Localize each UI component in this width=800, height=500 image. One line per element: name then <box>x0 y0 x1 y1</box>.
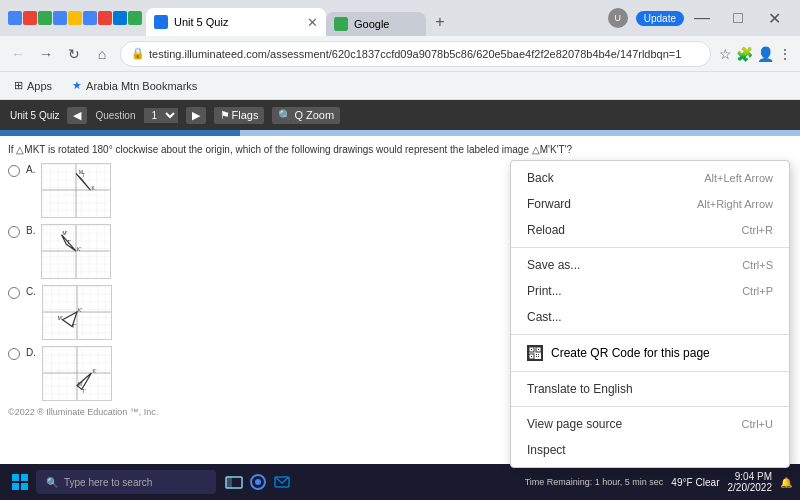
start-button[interactable] <box>8 470 32 494</box>
taskbar-search-icon: 🔍 <box>46 477 58 488</box>
option-grid-c: M' K' T' <box>42 285 112 340</box>
taskbar-icon-mail[interactable] <box>272 472 292 492</box>
back-button[interactable]: ← <box>8 44 28 64</box>
menu-back-shortcut: Alt+Left Arrow <box>704 172 773 184</box>
extension-icon[interactable]: 🧩 <box>736 46 753 62</box>
inactive-tab[interactable]: Google <box>326 12 426 36</box>
url-bar[interactable]: 🔒 testing.illuminateed.com/assessment/62… <box>120 41 711 67</box>
inactive-tab-favicon <box>334 17 348 31</box>
weather-condition: Clear <box>696 477 720 488</box>
menu-icon[interactable]: ⋮ <box>778 46 792 62</box>
svg-rect-40 <box>12 483 19 490</box>
arabia-mtn-bookmark[interactable]: ★ Arabia Mtn Bookmarks <box>66 77 203 94</box>
menu-item-source[interactable]: View page source Ctrl+U <box>511 411 789 437</box>
menu-reload-shortcut: Ctrl+R <box>742 224 773 236</box>
tabs-container: Unit 5 Quiz ✕ Google + <box>146 0 604 36</box>
question-select[interactable]: 1 <box>144 108 178 123</box>
svg-rect-33 <box>531 356 532 357</box>
flags-btn[interactable]: ⚑ Flags <box>214 107 265 124</box>
option-radio-b[interactable] <box>8 226 20 238</box>
favicon-5 <box>68 11 82 25</box>
menu-qr-label: Create QR Code for this page <box>551 346 710 360</box>
active-tab-label: Unit 5 Quiz <box>174 16 301 28</box>
zoom-btn[interactable]: 🔍 Q Zoom <box>272 107 340 124</box>
prev-question-btn[interactable]: ◀ <box>67 107 87 124</box>
option-label-a: A. <box>26 164 35 175</box>
svg-rect-38 <box>12 474 19 481</box>
clock-date: 2/20/2022 <box>728 482 773 493</box>
menu-item-print[interactable]: Print... Ctrl+P <box>511 278 789 304</box>
option-radio-c[interactable] <box>8 287 20 299</box>
menu-reload-label: Reload <box>527 223 565 237</box>
svg-rect-43 <box>226 477 232 488</box>
menu-save-label: Save as... <box>527 258 580 272</box>
menu-separator-1 <box>511 247 789 248</box>
update-button[interactable]: Update <box>636 11 684 26</box>
option-grid-a: M K T <box>41 163 111 218</box>
option-grid-d: M' K' T' <box>42 346 112 401</box>
taskbar-icon-chrome[interactable] <box>248 472 268 492</box>
question-text: If △MKT is rotated 180° clockwise about … <box>8 144 792 155</box>
profile-avatar[interactable]: U <box>608 8 628 28</box>
menu-item-save[interactable]: Save as... Ctrl+S <box>511 252 789 278</box>
option-label-c: C. <box>26 286 36 297</box>
menu-item-qr[interactable]: Create QR Code for this page <box>511 339 789 367</box>
menu-translate-label: Translate to English <box>527 382 633 396</box>
next-question-btn[interactable]: ▶ <box>186 107 206 124</box>
menu-item-translate[interactable]: Translate to English <box>511 376 789 402</box>
bookmark-star[interactable]: ☆ <box>719 46 732 62</box>
option-label-b: B. <box>26 225 35 236</box>
menu-item-reload[interactable]: Reload Ctrl+R <box>511 217 789 243</box>
bookmarks-bar: ⊞ Apps ★ Arabia Mtn Bookmarks <box>0 72 800 100</box>
taskbar-icon-explorer[interactable] <box>224 472 244 492</box>
favicon-6 <box>83 11 97 25</box>
menu-forward-shortcut: Alt+Right Arrow <box>697 198 773 210</box>
menu-item-back[interactable]: Back Alt+Left Arrow <box>511 165 789 191</box>
flag-icon: ⚑ <box>220 109 230 122</box>
active-tab[interactable]: Unit 5 Quiz ✕ <box>146 8 326 36</box>
apps-label: Apps <box>27 80 52 92</box>
menu-item-inspect[interactable]: Inspect <box>511 437 789 463</box>
apps-bookmark[interactable]: ⊞ Apps <box>8 77 58 94</box>
svg-rect-41 <box>21 483 28 490</box>
address-bar: ← → ↻ ⌂ 🔒 testing.illuminateed.com/asses… <box>0 36 800 72</box>
tab-close-btn[interactable]: ✕ <box>307 15 318 30</box>
reload-button[interactable]: ↻ <box>64 44 84 64</box>
menu-print-label: Print... <box>527 284 562 298</box>
svg-rect-35 <box>538 354 539 355</box>
taskbar-search-bar[interactable]: 🔍 Type here to search <box>36 470 216 494</box>
unit-label: Unit 5 Quiz <box>10 110 59 121</box>
favicon-4 <box>53 11 67 25</box>
weather-temp: 49°F <box>671 477 692 488</box>
svg-text:T': T' <box>72 324 76 329</box>
menu-separator-2 <box>511 334 789 335</box>
minimize-button[interactable]: — <box>684 0 720 36</box>
option-label-d: D. <box>26 347 36 358</box>
new-tab-button[interactable]: + <box>426 8 454 36</box>
forward-button[interactable]: → <box>36 44 56 64</box>
svg-text:K': K' <box>77 247 81 252</box>
menu-back-label: Back <box>527 171 554 185</box>
menu-source-label: View page source <box>527 417 622 431</box>
menu-source-shortcut: Ctrl+U <box>742 418 773 430</box>
home-button[interactable]: ⌂ <box>92 44 112 64</box>
menu-separator-3 <box>511 371 789 372</box>
favicon-1 <box>8 11 22 25</box>
svg-text:M': M' <box>63 231 68 236</box>
profile-icon[interactable]: 👤 <box>757 46 774 62</box>
option-grid-b: M' K' T' <box>41 224 111 279</box>
favicon-3 <box>38 11 52 25</box>
maximize-button[interactable]: □ <box>720 0 756 36</box>
taskbar: 🔍 Type here to search Time Remaining: 1 … <box>0 464 800 500</box>
svg-rect-39 <box>21 474 28 481</box>
svg-point-45 <box>255 479 261 485</box>
browser-titlebar: Unit 5 Quiz ✕ Google + U Update — □ ✕ <box>0 0 800 36</box>
notification-icon[interactable]: 🔔 <box>780 477 792 488</box>
svg-text:M': M' <box>78 382 83 387</box>
close-button[interactable]: ✕ <box>756 0 792 36</box>
menu-item-cast[interactable]: Cast... <box>511 304 789 330</box>
menu-item-forward[interactable]: Forward Alt+Right Arrow <box>511 191 789 217</box>
time-remaining: Time Remaining: 1 hour, 5 min sec <box>525 477 664 487</box>
option-radio-d[interactable] <box>8 348 20 360</box>
option-radio-a[interactable] <box>8 165 20 177</box>
